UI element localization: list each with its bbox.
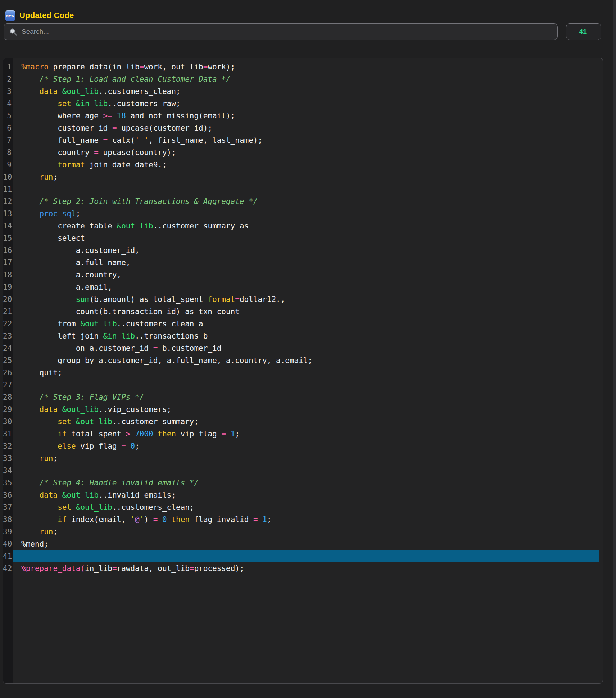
code-text: if index(email, '@') = 0 then flag_inval… bbox=[13, 513, 599, 526]
scrollbar-track[interactable] bbox=[613, 0, 616, 698]
code-text: sum(b.amount) as total_spent format=doll… bbox=[13, 293, 599, 305]
code-line[interactable]: 32 else vip_flag = 0; bbox=[3, 440, 603, 452]
code-text: select bbox=[13, 232, 599, 244]
code-text: quit; bbox=[13, 367, 599, 379]
code-line[interactable]: 3 data &out_lib..customers_clean; bbox=[3, 85, 603, 98]
line-number: 24 bbox=[3, 342, 13, 354]
code-line[interactable]: 34 bbox=[3, 464, 603, 477]
code-text: set &out_lib..customers_clean; bbox=[13, 501, 599, 513]
code-text: a.country, bbox=[13, 269, 599, 281]
line-number-box[interactable]: 41 bbox=[566, 23, 601, 40]
line-number: 7 bbox=[3, 134, 13, 146]
search-input[interactable] bbox=[22, 28, 552, 36]
code-line[interactable]: 42%prepare_data(in_lib=rawdata, out_lib=… bbox=[3, 562, 603, 575]
code-line[interactable]: 14 create table &out_lib..customer_summa… bbox=[3, 220, 603, 232]
code-line[interactable]: 30 set &out_lib..customer_summary; bbox=[3, 416, 603, 428]
code-text: count(b.transaction_id) as txn_count bbox=[13, 305, 599, 318]
code-line[interactable]: 6 customer_id = upcase(customer_id); bbox=[3, 122, 603, 134]
code-line[interactable]: 28 /* Step 3: Flag VIPs */ bbox=[3, 391, 603, 403]
code-text: group by a.customer_id, a.full_name, a.c… bbox=[13, 354, 599, 367]
code-text: a.email, bbox=[13, 281, 599, 293]
code-text: %macro prepare_data(in_lib=work, out_lib… bbox=[13, 61, 599, 73]
line-number: 40 bbox=[3, 538, 13, 550]
code-line[interactable]: 38 if index(email, '@') = 0 then flag_in… bbox=[3, 513, 603, 526]
code-text: set &in_lib..customers_raw; bbox=[13, 98, 599, 110]
code-line[interactable]: 12 /* Step 2: Join with Transactions & A… bbox=[3, 195, 603, 208]
code-line[interactable]: 13 proc sql; bbox=[3, 208, 603, 220]
line-number: 17 bbox=[3, 257, 13, 269]
line-number: 13 bbox=[3, 208, 13, 220]
line-number: 4 bbox=[3, 98, 13, 110]
line-number: 10 bbox=[3, 171, 13, 183]
code-editor[interactable]: 1%macro prepare_data(in_lib=work, out_li… bbox=[3, 58, 603, 684]
code-line[interactable]: 17 a.full_name, bbox=[3, 257, 603, 269]
code-text: /* Step 1: Load and clean Customer Data … bbox=[13, 73, 599, 85]
code-line[interactable]: 5 where age >= 18 and not missing(email)… bbox=[3, 110, 603, 122]
search-box[interactable] bbox=[4, 23, 558, 40]
code-text: a.customer_id, bbox=[13, 244, 599, 257]
code-line[interactable]: 11 bbox=[3, 183, 603, 195]
line-number: 34 bbox=[3, 464, 13, 477]
code-line[interactable]: 40%mend; bbox=[3, 538, 603, 550]
code-line[interactable]: 2 /* Step 1: Load and clean Customer Dat… bbox=[3, 73, 603, 85]
code-line[interactable]: 24 on a.customer_id = b.customer_id bbox=[3, 342, 603, 354]
code-line[interactable]: 16 a.customer_id, bbox=[3, 244, 603, 257]
line-number: 20 bbox=[3, 293, 13, 305]
code-text: left join &in_lib..transactions b bbox=[13, 330, 599, 342]
code-line[interactable]: 22 from &out_lib..customers_clean a bbox=[3, 318, 603, 330]
code-line[interactable]: 31 if total_spent > 7000 then vip_flag =… bbox=[3, 428, 603, 440]
code-line[interactable]: 15 select bbox=[3, 232, 603, 244]
page-title: Updated Code bbox=[19, 11, 74, 20]
line-number: 8 bbox=[3, 146, 13, 159]
code-line[interactable]: 7 full_name = catx(' ', first_name, last… bbox=[3, 134, 603, 146]
code-text: data &out_lib..customers_clean; bbox=[13, 85, 599, 98]
line-number: 35 bbox=[3, 477, 13, 489]
code-text: data &out_lib..vip_customers; bbox=[13, 403, 599, 416]
code-line[interactable]: 29 data &out_lib..vip_customers; bbox=[3, 403, 603, 416]
code-text: set &out_lib..customer_summary; bbox=[13, 416, 599, 428]
line-number: 1 bbox=[3, 61, 13, 73]
line-number: 23 bbox=[3, 330, 13, 342]
code-text: on a.customer_id = b.customer_id bbox=[13, 342, 599, 354]
line-number: 5 bbox=[3, 110, 13, 122]
text-cursor bbox=[588, 27, 588, 36]
line-number: 6 bbox=[3, 122, 13, 134]
code-line[interactable]: 35 /* Step 4: Handle invalid emails */ bbox=[3, 477, 603, 489]
code-text: format join_date date9.; bbox=[13, 159, 599, 171]
code-text: create table &out_lib..customer_summary … bbox=[13, 220, 599, 232]
code-line[interactable]: 37 set &out_lib..customers_clean; bbox=[3, 501, 603, 513]
line-number: 41 bbox=[3, 550, 13, 562]
code-line[interactable]: 9 format join_date date9.; bbox=[3, 159, 603, 171]
search-icon bbox=[9, 28, 17, 36]
line-number: 18 bbox=[3, 269, 13, 281]
code-line[interactable]: 1%macro prepare_data(in_lib=work, out_li… bbox=[3, 61, 603, 73]
code-line[interactable]: 26 quit; bbox=[3, 367, 603, 379]
code-line[interactable]: 4 set &in_lib..customers_raw; bbox=[3, 98, 603, 110]
code-line[interactable]: 33 run; bbox=[3, 452, 603, 464]
code-text bbox=[13, 379, 599, 391]
line-number: 36 bbox=[3, 489, 13, 501]
line-number-input[interactable]: 41 bbox=[579, 28, 587, 36]
code-line[interactable]: 36 data &out_lib..invalid_emails; bbox=[3, 489, 603, 501]
line-number: 33 bbox=[3, 452, 13, 464]
code-line[interactable]: 27 bbox=[3, 379, 603, 391]
code-text: /* Step 2: Join with Transactions & Aggr… bbox=[13, 195, 599, 208]
code-line[interactable]: 25 group by a.customer_id, a.full_name, … bbox=[3, 354, 603, 367]
code-line[interactable]: 18 a.country, bbox=[3, 269, 603, 281]
line-number: 26 bbox=[3, 367, 13, 379]
code-line[interactable]: 21 count(b.transaction_id) as txn_count bbox=[3, 305, 603, 318]
code-line-highlighted[interactable]: 41 bbox=[3, 550, 603, 562]
line-number: 21 bbox=[3, 305, 13, 318]
code-line[interactable]: 19 a.email, bbox=[3, 281, 603, 293]
code-text: full_name = catx(' ', first_name, last_n… bbox=[13, 134, 599, 146]
line-number: 16 bbox=[3, 244, 13, 257]
code-line[interactable]: 23 left join &in_lib..transactions b bbox=[3, 330, 603, 342]
code-line[interactable]: 20 sum(b.amount) as total_spent format=d… bbox=[3, 293, 603, 305]
code-text: proc sql; bbox=[13, 208, 599, 220]
code-line[interactable]: 8 country = upcase(country); bbox=[3, 146, 603, 159]
code-text: if total_spent > 7000 then vip_flag = 1; bbox=[13, 428, 599, 440]
code-line[interactable]: 10 run; bbox=[3, 171, 603, 183]
line-number: 11 bbox=[3, 183, 13, 195]
code-text: from &out_lib..customers_clean a bbox=[13, 318, 599, 330]
code-line[interactable]: 39 run; bbox=[3, 526, 603, 538]
